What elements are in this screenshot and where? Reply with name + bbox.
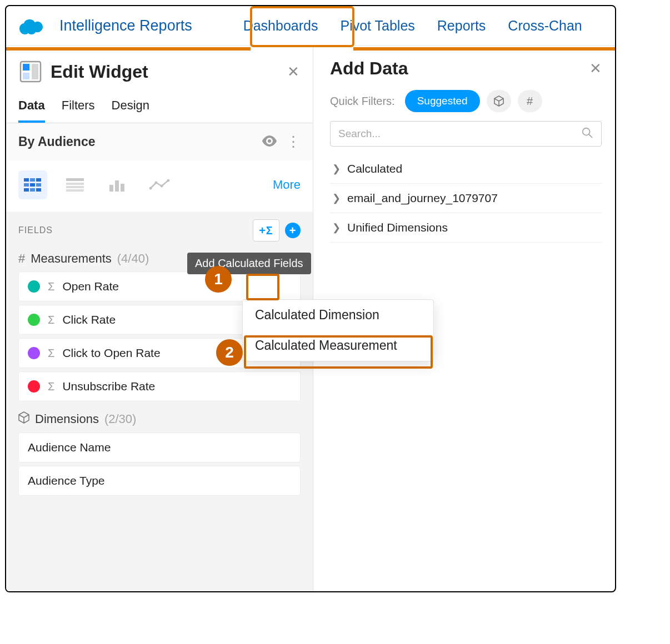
- field-label: Open Rate: [62, 280, 119, 293]
- svg-rect-3: [32, 64, 38, 79]
- chart-type-heatmap[interactable]: [18, 170, 47, 199]
- chevron-right-icon: ❯: [332, 163, 341, 175]
- svg-rect-1: [23, 64, 29, 71]
- app-title: Intelligence Reports: [59, 17, 192, 34]
- add-calculated-fields-button[interactable]: +Σ: [253, 219, 279, 242]
- tooltip-add-calculated: Add Calculated Fields: [187, 253, 311, 274]
- data-group-label: email_and_journey_1079707: [347, 192, 498, 205]
- menu-calculated-measurement[interactable]: Calculated Measurement: [243, 330, 433, 361]
- nav-reports[interactable]: Reports: [433, 6, 491, 46]
- filter-measurements-icon[interactable]: #: [518, 90, 542, 112]
- chart-type-line[interactable]: [145, 170, 174, 199]
- field-label: Audience Name: [28, 441, 111, 454]
- dimensions-count: (2/30): [104, 412, 136, 426]
- field-label: Click Rate: [62, 313, 116, 326]
- panel-title: Edit Widget: [51, 62, 287, 82]
- dimensions-label: Dimensions: [35, 412, 99, 426]
- svg-rect-16: [66, 186, 84, 188]
- svg-point-4: [268, 139, 271, 143]
- tab-data[interactable]: Data: [18, 98, 45, 123]
- color-dot: [28, 347, 40, 359]
- data-group[interactable]: ❯ email_and_journey_1079707: [330, 184, 602, 213]
- color-dot: [28, 380, 40, 393]
- tab-filters[interactable]: Filters: [62, 98, 95, 123]
- sigma-icon: Σ: [48, 380, 54, 393]
- svg-rect-14: [66, 178, 84, 181]
- add-field-button[interactable]: +: [285, 223, 301, 238]
- field-label: Click to Open Rate: [62, 346, 160, 360]
- search-input[interactable]: [338, 128, 581, 140]
- measurements-label: Measurements: [31, 251, 112, 266]
- dimension-item[interactable]: Audience Name: [18, 432, 301, 462]
- svg-rect-9: [30, 183, 35, 187]
- fields-heading: FIELDS: [18, 225, 53, 235]
- chevron-right-icon: ❯: [332, 192, 341, 204]
- close-icon[interactable]: ✕: [287, 63, 299, 80]
- dimensions-group: Dimensions (2/30): [18, 411, 301, 427]
- right-panel-title: Add Data: [330, 58, 589, 79]
- data-group-label: Calculated: [347, 162, 402, 175]
- svg-rect-5: [24, 178, 29, 182]
- svg-rect-11: [24, 188, 29, 192]
- salesforce-cloud-icon: [19, 17, 46, 36]
- quick-filters-label: Quick Filters:: [330, 95, 395, 108]
- svg-rect-10: [36, 183, 41, 187]
- cube-icon: [18, 411, 29, 427]
- filter-dimensions-icon[interactable]: [487, 90, 511, 112]
- filter-suggested[interactable]: Suggested: [405, 90, 480, 112]
- nav-pivot-tables[interactable]: Pivot Tables: [336, 6, 419, 46]
- sigma-icon: Σ: [48, 314, 54, 326]
- svg-rect-2: [23, 73, 29, 79]
- svg-point-22: [155, 182, 158, 184]
- svg-rect-13: [36, 188, 41, 192]
- color-dot: [28, 280, 40, 293]
- svg-rect-7: [36, 178, 41, 182]
- data-group-label: Unified Dimensions: [347, 221, 448, 234]
- chart-more-link[interactable]: More: [273, 178, 301, 192]
- nav-cross-channel[interactable]: Cross-Chan: [503, 6, 586, 46]
- search-box[interactable]: [330, 121, 602, 147]
- color-dot: [28, 314, 40, 326]
- sigma-icon: Σ: [48, 347, 54, 360]
- svg-rect-20: [121, 184, 124, 192]
- field-label: Audience Type: [28, 474, 105, 487]
- measurement-item[interactable]: Σ Open Rate: [18, 271, 301, 301]
- measurement-item[interactable]: Σ Unsubscribe Rate: [18, 371, 301, 401]
- field-label: Unsubscribe Rate: [62, 380, 155, 393]
- tab-design[interactable]: Design: [112, 98, 149, 123]
- more-options-icon[interactable]: ⋮: [286, 133, 301, 150]
- hash-icon: #: [18, 251, 25, 266]
- section-label: By Audience: [18, 134, 253, 149]
- close-icon[interactable]: ✕: [589, 60, 602, 77]
- visibility-icon[interactable]: [262, 135, 277, 149]
- svg-point-25: [583, 128, 590, 135]
- step-badge-1: 1: [205, 266, 232, 293]
- data-group[interactable]: ❯ Unified Dimensions: [330, 213, 602, 243]
- step-badge-2: 2: [216, 339, 243, 366]
- data-group[interactable]: ❯ Calculated: [330, 154, 602, 184]
- svg-rect-19: [115, 180, 119, 192]
- chart-type-bar[interactable]: [103, 170, 132, 199]
- chevron-right-icon: ❯: [332, 222, 341, 234]
- calculated-fields-menu: Calculated Dimension Calculated Measurem…: [242, 299, 434, 361]
- nav-dashboards[interactable]: Dashboards: [239, 6, 323, 46]
- section-by-audience: By Audience ⋮: [6, 123, 313, 160]
- svg-rect-12: [30, 188, 35, 192]
- top-nav: Intelligence Reports Dashboards Pivot Ta…: [6, 6, 615, 46]
- tab-underline-right: [353, 47, 615, 51]
- svg-line-26: [589, 134, 592, 138]
- sigma-icon: Σ: [48, 280, 54, 293]
- svg-rect-6: [30, 178, 35, 182]
- menu-calculated-dimension[interactable]: Calculated Dimension: [243, 300, 433, 330]
- search-icon: [581, 127, 593, 141]
- widget-tabs: Data Filters Design: [6, 92, 313, 123]
- dimension-item[interactable]: Audience Type: [18, 466, 301, 496]
- chart-type-table[interactable]: [61, 170, 89, 199]
- measurements-count: (4/40): [117, 251, 149, 266]
- tab-underline-left: [6, 47, 251, 51]
- svg-point-23: [161, 185, 163, 188]
- svg-rect-15: [66, 183, 84, 185]
- widget-icon: [18, 59, 43, 84]
- svg-rect-17: [66, 189, 84, 192]
- svg-rect-18: [109, 185, 113, 192]
